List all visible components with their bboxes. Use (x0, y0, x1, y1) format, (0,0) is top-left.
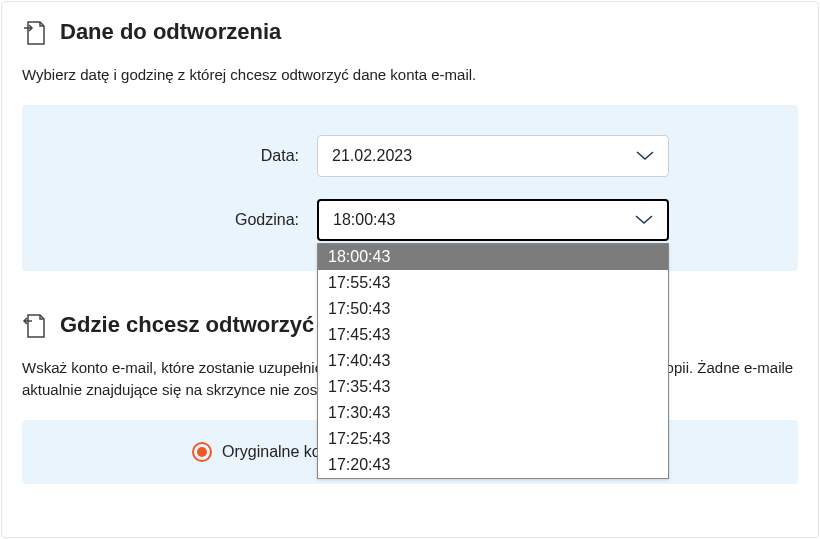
time-label: Godzina: (42, 211, 317, 229)
date-value: 21.02.2023 (332, 147, 412, 165)
document-in-icon (22, 311, 48, 339)
chevron-down-icon (636, 151, 654, 161)
time-option[interactable]: 17:45:43 (318, 322, 668, 348)
section1-desc: Wybierz datę i godzinę z której chcesz o… (22, 64, 798, 87)
time-option[interactable]: 17:30:43 (318, 400, 668, 426)
date-time-panel: Data: 21.02.2023 Godzina: 18:00:43 (22, 105, 798, 271)
time-dropdown: 18:00:4317:55:4317:50:4317:45:4317:40:43… (317, 243, 669, 479)
time-option[interactable]: 18:00:43 (318, 244, 668, 270)
document-out-icon (22, 18, 48, 46)
section1-header: Dane do odtworzenia (22, 18, 798, 46)
time-option[interactable]: 17:55:43 (318, 270, 668, 296)
date-select[interactable]: 21.02.2023 (317, 135, 669, 177)
time-option[interactable]: 17:35:43 (318, 374, 668, 400)
section1-title: Dane do odtworzenia (60, 19, 281, 45)
chevron-down-icon (635, 215, 653, 225)
time-option[interactable]: 17:40:43 (318, 348, 668, 374)
radio-icon (192, 442, 212, 462)
time-option[interactable]: 17:50:43 (318, 296, 668, 322)
time-option[interactable]: 17:25:43 (318, 426, 668, 452)
time-select[interactable]: 18:00:43 (317, 199, 669, 241)
date-label: Data: (42, 147, 317, 165)
time-option[interactable]: 17:20:43 (318, 452, 668, 478)
time-value: 18:00:43 (333, 211, 395, 229)
